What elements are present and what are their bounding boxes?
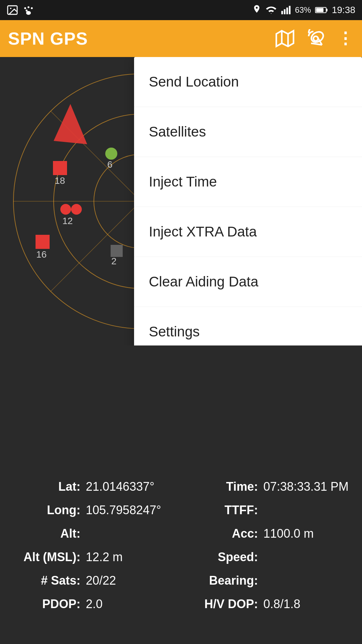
time-value: 07:38:33.31 PM [263, 480, 349, 494]
svg-point-31 [105, 148, 117, 160]
hvdop-row: H/V DOP: 0.8/1.8 [191, 597, 349, 611]
battery-percent: 63% [295, 5, 311, 15]
svg-text:18: 18 [55, 175, 65, 186]
acc-value: 1100.0 m [263, 527, 314, 541]
radar-area: 18 6 12 16 2 Send Location Satellites In… [0, 57, 362, 345]
long-value: 105.7958247° [86, 503, 161, 517]
menu-item-settings[interactable]: Settings [134, 307, 362, 345]
svg-rect-36 [36, 235, 50, 249]
alt-msl-row: Alt (MSL): 12.2 m [13, 550, 161, 564]
status-left-icons [7, 4, 34, 16]
speed-row: Speed: [191, 550, 349, 564]
svg-rect-12 [326, 9, 327, 11]
menu-item-satellites[interactable]: Satellites [134, 107, 362, 157]
lat-label: Lat: [13, 480, 80, 494]
app-title: SPN GPS [8, 29, 88, 49]
sats-row: # Sats: 20/22 [13, 574, 161, 588]
svg-point-34 [71, 204, 82, 215]
lat-value: 21.0146337° [86, 480, 155, 494]
time-label: Time: [191, 480, 258, 494]
svg-marker-28 [54, 104, 87, 144]
dropdown-menu: Send Location Satellites Inject Time Inj… [134, 57, 362, 345]
menu-item-send-location[interactable]: Send Location [134, 57, 362, 107]
svg-point-3 [27, 6, 29, 8]
svg-text:2: 2 [111, 256, 117, 266]
pdop-label: PDOP: [13, 597, 80, 611]
app-bar-actions: ⋮ [276, 29, 354, 48]
svg-point-1 [10, 8, 11, 9]
battery-status-icon [315, 6, 328, 14]
svg-point-2 [24, 7, 26, 9]
svg-text:6: 6 [107, 159, 113, 170]
menu-item-clear-aiding[interactable]: Clear Aiding Data [134, 257, 362, 307]
svg-rect-8 [284, 9, 286, 14]
svg-rect-13 [316, 8, 323, 12]
speed-label: Speed: [191, 550, 258, 564]
status-time: 19:38 [332, 5, 355, 15]
bearing-row: Bearing: [191, 574, 349, 588]
data-panel: Lat: 21.0146337° Long: 105.7958247° Alt:… [0, 470, 362, 644]
image-icon [7, 4, 18, 16]
ttff-row: TTFF: [191, 503, 349, 517]
svg-rect-10 [289, 6, 291, 14]
svg-text:16: 16 [36, 249, 47, 260]
sats-label: # Sats: [13, 574, 80, 588]
long-row: Long: 105.7958247° [13, 503, 161, 517]
status-bar: 63% 19:38 [0, 0, 362, 20]
data-col-left: Lat: 21.0146337° Long: 105.7958247° Alt:… [13, 480, 161, 611]
alt-label: Alt: [13, 527, 80, 541]
more-options-icon[interactable]: ⋮ [337, 31, 354, 47]
svg-rect-7 [281, 11, 283, 14]
acc-row: Acc: 1100.0 m [191, 527, 349, 541]
signal-status-icon [281, 5, 291, 15]
svg-point-6 [26, 11, 31, 15]
satellite-antenna-icon[interactable] [306, 29, 325, 48]
long-label: Long: [13, 503, 80, 517]
hvdop-label: H/V DOP: [191, 597, 258, 611]
paw-icon [23, 4, 34, 16]
location-status-icon [252, 4, 261, 16]
svg-marker-14 [276, 31, 293, 47]
lat-row: Lat: 21.0146337° [13, 480, 161, 494]
svg-point-33 [60, 204, 71, 215]
sats-value: 20/22 [86, 574, 116, 588]
bearing-label: Bearing: [191, 574, 258, 588]
status-right-icons: 63% 19:38 [252, 4, 355, 16]
alt-row: Alt: [13, 527, 161, 541]
wifi-status-icon [265, 5, 277, 15]
app-bar: SPN GPS ⋮ [0, 20, 362, 57]
time-row: Time: 07:38:33.31 PM [191, 480, 349, 494]
alt-msl-value: 12.2 m [86, 550, 123, 564]
data-col-right: Time: 07:38:33.31 PM TTFF: Acc: 1100.0 m… [191, 480, 349, 611]
svg-rect-38 [111, 245, 123, 257]
svg-point-4 [31, 7, 33, 9]
map-icon[interactable] [276, 29, 294, 48]
svg-rect-29 [53, 161, 67, 175]
alt-msl-label: Alt (MSL): [13, 550, 80, 564]
svg-point-5 [26, 10, 28, 12]
pdop-row: PDOP: 2.0 [13, 597, 161, 611]
menu-item-inject-time[interactable]: Inject Time [134, 157, 362, 207]
menu-item-inject-xtra[interactable]: Inject XTRA Data [134, 207, 362, 257]
pdop-value: 2.0 [86, 597, 103, 611]
acc-label: Acc: [191, 527, 258, 541]
ttff-label: TTFF: [191, 503, 258, 517]
svg-rect-9 [286, 8, 288, 14]
hvdop-value: 0.8/1.8 [263, 597, 300, 611]
svg-text:12: 12 [62, 216, 73, 226]
